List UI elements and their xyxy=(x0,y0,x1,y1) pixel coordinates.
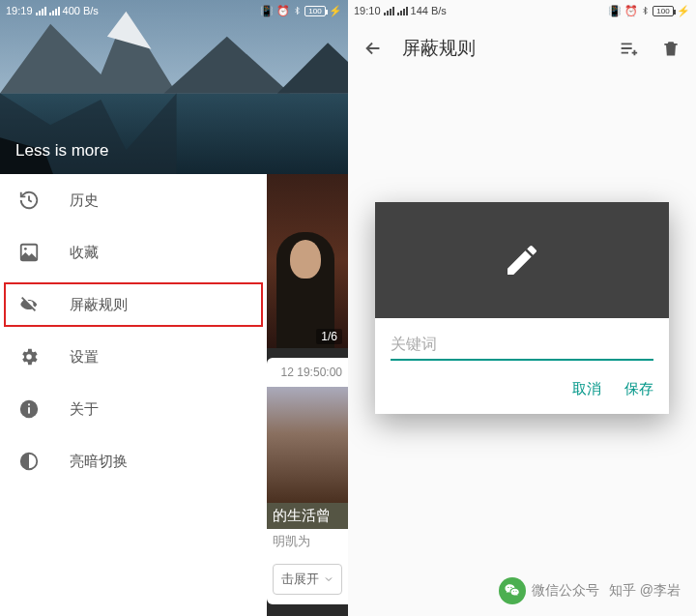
drawer-item-theme[interactable]: 亮暗切换 xyxy=(0,435,267,487)
feed-caption: 的生活曾 xyxy=(267,503,348,529)
status-bar-left: 19:19 400 B/s 📳 ⏰ 100 ⚡ xyxy=(0,0,348,21)
drawer-item-label: 收藏 xyxy=(70,244,99,262)
watermark-text-2: 知乎 @李岩 xyxy=(609,582,681,600)
vibrate-icon: 📳 xyxy=(260,5,274,17)
drawer-item-history[interactable]: 历史 xyxy=(0,174,267,226)
drawer-item-about[interactable]: 关于 xyxy=(0,383,267,435)
svg-rect-13 xyxy=(28,404,30,406)
status-net: 144 B/s xyxy=(411,5,447,16)
dialog-header xyxy=(375,202,669,318)
drawer-body: 历史 收藏 屏蔽规则 设置 关于 xyxy=(0,174,267,616)
history-icon xyxy=(17,189,41,212)
feed-timestamp: 12 19:50:00 xyxy=(267,358,348,387)
theme-icon xyxy=(17,450,41,473)
status-time: 19:19 xyxy=(6,5,33,16)
alarm-icon: ⏰ xyxy=(276,5,290,17)
phone-right: 19:10 144 B/s 📳 ⏰ 100 ⚡ 屏蔽规则 xyxy=(348,0,696,616)
signal-icon-2 xyxy=(397,6,408,15)
status-net: 400 B/s xyxy=(63,5,99,16)
signal-icon xyxy=(384,6,394,15)
drawer-item-label: 屏蔽规则 xyxy=(70,296,128,314)
svg-point-10 xyxy=(24,248,27,250)
status-bar-right: 19:10 144 B/s 📳 ⏰ 100 ⚡ xyxy=(348,0,696,21)
status-time: 19:10 xyxy=(354,5,381,16)
phone-left: 1/6 12 19:50:00 的生活曾 明凯为 击展开 xyxy=(0,0,348,616)
vibrate-icon: 📳 xyxy=(608,5,622,17)
feed-image-2 xyxy=(267,387,348,503)
drawer-item-favorites[interactable]: 收藏 xyxy=(0,226,267,279)
info-icon xyxy=(17,397,41,421)
drawer-title: Less is more xyxy=(15,141,108,161)
alarm-icon: ⏰ xyxy=(624,5,638,17)
svg-rect-12 xyxy=(28,407,30,413)
drawer-item-settings[interactable]: 设置 xyxy=(0,331,267,383)
bluetooth-icon xyxy=(293,5,302,16)
drawer-item-label: 亮暗切换 xyxy=(70,453,128,471)
save-button[interactable]: 保存 xyxy=(624,380,653,398)
feed-card[interactable]: 12 19:50:00 的生活曾 明凯为 击展开 xyxy=(267,358,348,604)
feed-image-1[interactable]: 1/6 xyxy=(267,174,348,348)
wechat-icon xyxy=(499,577,526,604)
dialog-scrim[interactable]: 取消 保存 xyxy=(348,0,696,616)
expand-button[interactable]: 击展开 xyxy=(273,564,342,595)
bluetooth-icon xyxy=(641,5,650,16)
drawer-item-block-rules[interactable]: 屏蔽规则 xyxy=(0,279,267,331)
image-counter: 1/6 xyxy=(316,329,342,344)
drawer-header: 19:19 400 B/s 📳 ⏰ 100 ⚡ Less is more xyxy=(0,0,348,174)
block-icon xyxy=(17,293,41,316)
cancel-button[interactable]: 取消 xyxy=(572,380,601,398)
battery-icon: 100 xyxy=(304,6,326,16)
keyword-input[interactable] xyxy=(391,332,653,361)
drawer-item-label: 设置 xyxy=(70,348,99,367)
keyword-dialog: 取消 保存 xyxy=(375,202,669,414)
collection-icon xyxy=(17,241,41,264)
dialog-actions: 取消 保存 xyxy=(375,367,669,414)
drawer-item-label: 关于 xyxy=(70,400,99,419)
charging-icon: ⚡ xyxy=(677,5,690,17)
dialog-body xyxy=(375,318,669,367)
feed-subcaption: 明凯为 xyxy=(267,529,348,554)
signal-icon-2 xyxy=(49,6,60,15)
edit-icon xyxy=(503,241,541,279)
drawer-item-label: 历史 xyxy=(70,191,99,210)
signal-icon xyxy=(36,6,46,15)
charging-icon: ⚡ xyxy=(329,5,342,17)
chevron-down-icon xyxy=(323,573,334,585)
battery-icon: 100 xyxy=(652,6,674,16)
watermark: 微信公众号 知乎 @李岩 xyxy=(499,577,681,604)
settings-icon xyxy=(17,345,41,368)
watermark-text-1: 微信公众号 xyxy=(532,582,599,600)
